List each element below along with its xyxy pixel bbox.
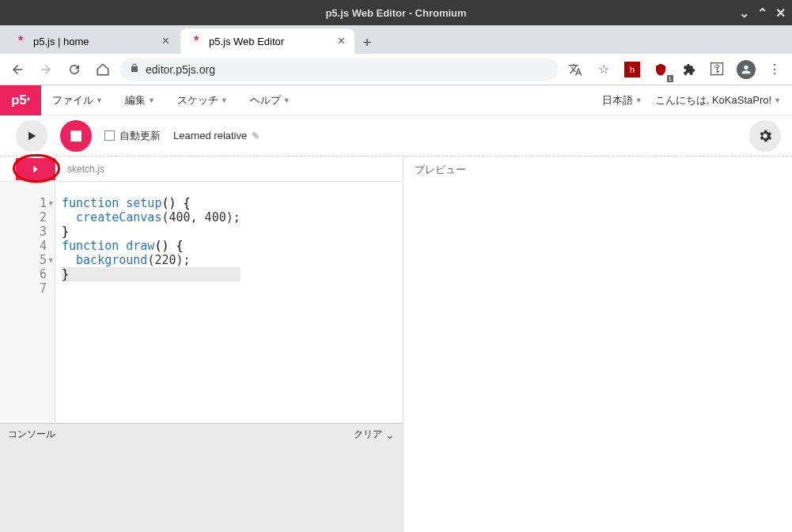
- user-menu[interactable]: こんにちは, KoKaStaPro! ▼: [655, 93, 781, 108]
- line-number: 2: [0, 210, 47, 224]
- profile-avatar[interactable]: [735, 58, 757, 81]
- chevron-down-icon: ▼: [96, 96, 103, 104]
- console-label: コンソール: [8, 428, 55, 441]
- extension-h-icon[interactable]: h: [621, 58, 643, 81]
- checkbox-icon[interactable]: [104, 130, 115, 141]
- window-controls: ⌄ ⌃ ✕: [739, 6, 786, 21]
- extension-shield-icon[interactable]: 1: [650, 58, 672, 81]
- play-button[interactable]: [16, 120, 47, 152]
- code-body[interactable]: function setup() { createCanvas(400, 400…: [55, 182, 247, 423]
- extensions-icon[interactable]: [678, 58, 700, 81]
- p5-favicon-icon: *: [190, 35, 203, 47]
- content-area: sketch.js 1▼ 2 3 4 5▼ 6 7 function setup…: [0, 157, 792, 532]
- sketch-name-text: Learned relative: [173, 130, 247, 141]
- chevron-down-icon: ▼: [774, 96, 781, 104]
- auto-refresh-label: 自動更新: [119, 129, 161, 143]
- sidebar-expand-button[interactable]: [16, 158, 55, 180]
- reload-icon: [67, 62, 81, 77]
- extension-badge: 1: [667, 75, 673, 82]
- line-number: 5▼: [0, 253, 47, 267]
- console-output[interactable]: [0, 445, 403, 532]
- key-icon[interactable]: ⚿: [707, 58, 729, 81]
- editor-column: sketch.js 1▼ 2 3 4 5▼ 6 7 function setup…: [0, 157, 404, 532]
- preview-label: プレビュー: [415, 163, 781, 177]
- address-bar[interactable]: editor.p5js.org: [120, 58, 558, 81]
- fold-icon[interactable]: ▼: [49, 253, 53, 267]
- line-number: 4: [0, 239, 47, 253]
- language-label: 日本語: [602, 93, 633, 108]
- fold-icon[interactable]: ▼: [49, 196, 53, 210]
- p5-navbar: p5* ファイル▼ 編集▼ スケッチ▼ ヘルプ▼ 日本語 ▼ こんにちは, Ko…: [0, 85, 792, 115]
- line-number: 7: [0, 281, 47, 296]
- window-close-icon[interactable]: ✕: [775, 6, 786, 21]
- p5-favicon-icon: *: [14, 35, 27, 47]
- menu-sketch[interactable]: スケッチ▼: [166, 85, 239, 115]
- p5-nav-right: 日本語 ▼ こんにちは, KoKaStaPro! ▼: [602, 93, 792, 108]
- window-maximize-icon[interactable]: ⌃: [757, 6, 767, 21]
- console-clear-label: クリア: [354, 428, 382, 441]
- home-icon: [96, 62, 110, 77]
- line-number: 6: [0, 267, 47, 281]
- line-number: 1▼: [0, 196, 47, 210]
- chevron-down-icon: ⌄: [385, 428, 395, 441]
- forward-button[interactable]: [35, 58, 57, 81]
- menu-help-label: ヘルプ: [250, 93, 281, 108]
- close-tab-icon[interactable]: ×: [338, 34, 345, 48]
- menu-file[interactable]: ファイル▼: [41, 85, 114, 115]
- menu-edit[interactable]: 編集▼: [114, 85, 166, 115]
- chevron-down-icon: ▼: [221, 96, 228, 104]
- menu-icon[interactable]: ⋮: [764, 58, 786, 81]
- play-icon: [25, 130, 38, 142]
- stop-button[interactable]: [60, 120, 92, 152]
- browser-tab-active[interactable]: * p5.js Web Editor ×: [180, 28, 354, 54]
- browser-toolbar: editor.p5js.org ☆ h 1 ⚿ ⋮: [0, 54, 792, 85]
- star-icon[interactable]: ☆: [593, 58, 615, 81]
- translate-icon[interactable]: [564, 58, 586, 81]
- browser-tab[interactable]: * p5.js | home ×: [5, 28, 179, 54]
- user-greeting: こんにちは, KoKaStaPro!: [655, 93, 771, 108]
- code-editor[interactable]: 1▼ 2 3 4 5▼ 6 7 function setup() { creat…: [0, 182, 403, 423]
- pencil-icon[interactable]: ✎: [252, 130, 260, 141]
- url-text: editor.p5js.org: [146, 63, 215, 76]
- browser-tab-strip: * p5.js | home × * p5.js Web Editor × +: [0, 25, 792, 54]
- console-header: コンソール クリア ⌄: [0, 423, 403, 445]
- home-button[interactable]: [92, 58, 114, 81]
- auto-refresh-toggle[interactable]: 自動更新: [104, 129, 161, 143]
- gear-icon: [757, 128, 773, 144]
- language-switcher[interactable]: 日本語 ▼: [602, 93, 642, 108]
- menu-file-label: ファイル: [52, 93, 93, 108]
- p5-logo[interactable]: p5*: [0, 85, 41, 115]
- close-tab-icon[interactable]: ×: [162, 34, 169, 48]
- chevron-down-icon: ▼: [635, 96, 642, 104]
- line-gutter: 1▼ 2 3 4 5▼ 6 7: [0, 182, 55, 423]
- back-button[interactable]: [6, 58, 28, 81]
- chevron-down-icon: ▼: [283, 96, 290, 104]
- chevron-right-icon: [30, 164, 41, 175]
- line-number: 3: [0, 224, 47, 239]
- stop-icon: [70, 130, 81, 141]
- window-minimize-icon[interactable]: ⌄: [739, 6, 749, 21]
- reload-button[interactable]: [63, 58, 85, 81]
- tab-title: p5.js | home: [33, 36, 89, 47]
- menu-sketch-label: スケッチ: [177, 93, 218, 108]
- file-tab-bar: sketch.js: [0, 157, 403, 182]
- chevron-down-icon: ▼: [148, 96, 155, 104]
- arrow-left-icon: [10, 62, 25, 77]
- window-titlebar: p5.js Web Editor - Chromium ⌄ ⌃ ✕: [0, 0, 792, 25]
- lock-icon: [130, 62, 139, 76]
- new-tab-button[interactable]: +: [356, 32, 378, 54]
- sketch-name[interactable]: Learned relative ✎: [173, 130, 260, 141]
- arrow-right-icon: [39, 62, 53, 77]
- menu-help[interactable]: ヘルプ▼: [239, 85, 301, 115]
- tab-title: p5.js Web Editor: [209, 36, 284, 47]
- settings-button[interactable]: [749, 120, 781, 152]
- editor-toolbar: 自動更新 Learned relative ✎: [0, 115, 792, 157]
- console-clear-button[interactable]: クリア ⌄: [354, 428, 395, 441]
- file-name[interactable]: sketch.js: [67, 164, 104, 175]
- menu-edit-label: 編集: [125, 93, 146, 108]
- p5-menu: ファイル▼ 編集▼ スケッチ▼ ヘルプ▼: [41, 85, 301, 115]
- preview-column: プレビュー: [404, 157, 792, 532]
- window-title: p5.js Web Editor - Chromium: [325, 7, 466, 19]
